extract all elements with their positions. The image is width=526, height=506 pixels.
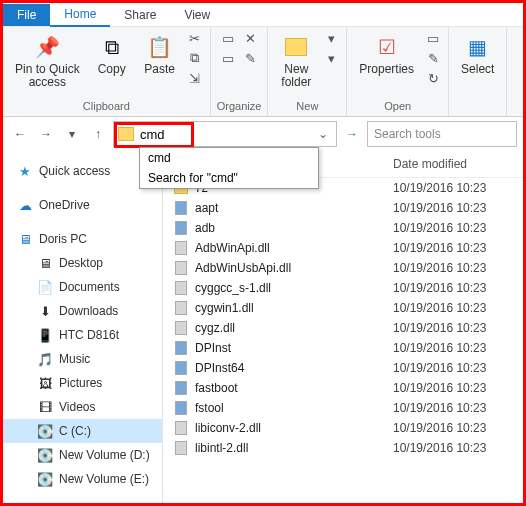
delete-icon[interactable]: ✕ [241, 29, 259, 47]
file-row[interactable]: DPInst10/19/2016 10:23 [163, 338, 523, 358]
sidebar-item-label: Pictures [59, 376, 102, 390]
sidebar-item[interactable]: 🖼Pictures [3, 371, 162, 395]
file-list-pane: Name Date modified 7z10/19/2016 10:23aap… [163, 151, 523, 503]
star-icon: ★ [17, 163, 33, 179]
pin-icon: 📌 [33, 33, 61, 61]
sidebar-item[interactable]: 💽New Volume (D:) [3, 443, 162, 467]
file-row[interactable]: libintl-2.dll10/19/2016 10:23 [163, 438, 523, 458]
sidebar-onedrive[interactable]: ☁ OneDrive [3, 193, 162, 217]
cut-icon[interactable]: ✂ [186, 29, 204, 47]
copy-icon: ⧉ [98, 33, 126, 61]
sidebar-item-label: Videos [59, 400, 95, 414]
new-folder-button[interactable]: New folder [274, 29, 318, 93]
sidebar-this-pc[interactable]: 🖥 Doris PC [3, 227, 162, 251]
tab-home[interactable]: Home [50, 3, 110, 27]
forward-button[interactable]: → [35, 123, 57, 145]
recent-dropdown-icon[interactable]: ▾ [61, 123, 83, 145]
cloud-icon: ☁ [17, 197, 33, 213]
history-icon[interactable]: ↻ [424, 69, 442, 87]
sidebar-item[interactable]: 🖥Desktop [3, 251, 162, 275]
file-row[interactable]: AdbWinUsbApi.dll10/19/2016 10:23 [163, 258, 523, 278]
file-date: 10/19/2016 10:23 [393, 321, 513, 335]
file-name: aapt [195, 201, 393, 215]
paste-shortcut-icon[interactable]: ⇲ [186, 69, 204, 87]
paste-button[interactable]: 📋 Paste [138, 29, 182, 80]
sidebar-item[interactable]: 📄Documents [3, 275, 162, 299]
tab-file[interactable]: File [3, 4, 50, 26]
file-icon [173, 300, 189, 316]
file-date: 10/19/2016 10:23 [393, 261, 513, 275]
sidebar-item-label: Documents [59, 280, 120, 294]
properties-icon: ☑ [373, 33, 401, 61]
new-item-icon[interactable]: ▾ [322, 29, 340, 47]
up-button[interactable]: ↑ [87, 123, 109, 145]
tab-bar: File Home Share View [3, 3, 523, 27]
new-group-label: New [296, 98, 318, 114]
file-name: DPInst64 [195, 361, 393, 375]
file-date: 10/19/2016 10:23 [393, 181, 513, 195]
file-row[interactable]: fastboot10/19/2016 10:23 [163, 378, 523, 398]
drive-icon: 💽 [37, 423, 53, 439]
sidebar-item[interactable]: 💽New Volume (E:) [3, 467, 162, 491]
pc-icon: 🖥 [17, 231, 33, 247]
clipboard-group-label: Clipboard [83, 98, 130, 114]
select-button[interactable]: ▦ Select [455, 29, 500, 80]
sidebar-item[interactable]: 📱HTC D816t [3, 323, 162, 347]
file-name: cygz.dll [195, 321, 393, 335]
tab-share[interactable]: Share [110, 4, 170, 26]
file-date: 10/19/2016 10:23 [393, 241, 513, 255]
column-date[interactable]: Date modified [393, 157, 513, 171]
copy-button[interactable]: ⧉ Copy [90, 29, 134, 80]
sidebar-item-label: New Volume (E:) [59, 472, 149, 486]
sidebar-item-label: New Volume (D:) [59, 448, 150, 462]
file-row[interactable]: fstool10/19/2016 10:23 [163, 398, 523, 418]
copy-to-icon[interactable]: ▭ [219, 49, 237, 67]
address-bar[interactable]: ⌄ [113, 121, 337, 147]
file-date: 10/19/2016 10:23 [393, 201, 513, 215]
file-icon [173, 220, 189, 236]
file-name: cygwin1.dll [195, 301, 393, 315]
file-row[interactable]: adb10/19/2016 10:23 [163, 218, 523, 238]
go-button[interactable]: → [341, 123, 363, 145]
sidebar-item[interactable]: 🎞Videos [3, 395, 162, 419]
file-row[interactable]: libiconv-2.dll10/19/2016 10:23 [163, 418, 523, 438]
tab-view[interactable]: View [170, 4, 224, 26]
file-name: AdbWinApi.dll [195, 241, 393, 255]
properties-button[interactable]: ☑ Properties [353, 29, 420, 80]
search-box[interactable]: Search tools [367, 121, 517, 147]
file-name: libiconv-2.dll [195, 421, 393, 435]
sidebar-item-label: HTC D816t [59, 328, 119, 342]
navigation-pane: ★ Quick access ☁ OneDrive 🖥 Doris PC 🖥De… [3, 151, 163, 503]
sidebar-item[interactable]: 🎵Music [3, 347, 162, 371]
new-folder-icon [282, 33, 310, 61]
drive-icon: 📱 [37, 327, 53, 343]
file-row[interactable]: cygwin1.dll10/19/2016 10:23 [163, 298, 523, 318]
move-to-icon[interactable]: ▭ [219, 29, 237, 47]
file-icon [173, 340, 189, 356]
organize-group-label: Organize [217, 98, 262, 114]
suggestion-item[interactable]: cmd [140, 148, 318, 168]
sidebar-item[interactable]: ⬇Downloads [3, 299, 162, 323]
sidebar-item-label: Music [59, 352, 90, 366]
sidebar-item[interactable]: 💽C (C:) [3, 419, 162, 443]
open-icon[interactable]: ▭ [424, 29, 442, 47]
edit-icon[interactable]: ✎ [424, 49, 442, 67]
back-button[interactable]: ← [9, 123, 31, 145]
file-row[interactable]: aapt10/19/2016 10:23 [163, 198, 523, 218]
easy-access-icon[interactable]: ▾ [322, 49, 340, 67]
open-group-label: Open [384, 98, 411, 114]
file-name: DPInst [195, 341, 393, 355]
search-placeholder: Search tools [374, 127, 441, 141]
suggestion-item[interactable]: Search for "cmd" [140, 168, 318, 188]
copy-path-icon[interactable]: ⧉ [186, 49, 204, 67]
drive-icon: 📄 [37, 279, 53, 295]
rename-icon[interactable]: ✎ [241, 49, 259, 67]
drive-icon: ⬇ [37, 303, 53, 319]
file-row[interactable]: AdbWinApi.dll10/19/2016 10:23 [163, 238, 523, 258]
pin-to-quick-access-button[interactable]: 📌 Pin to Quick access [9, 29, 86, 93]
file-row[interactable]: DPInst6410/19/2016 10:23 [163, 358, 523, 378]
file-row[interactable]: cyggcc_s-1.dll10/19/2016 10:23 [163, 278, 523, 298]
address-dropdown-icon[interactable]: ⌄ [314, 127, 332, 141]
file-date: 10/19/2016 10:23 [393, 341, 513, 355]
file-row[interactable]: cygz.dll10/19/2016 10:23 [163, 318, 523, 338]
